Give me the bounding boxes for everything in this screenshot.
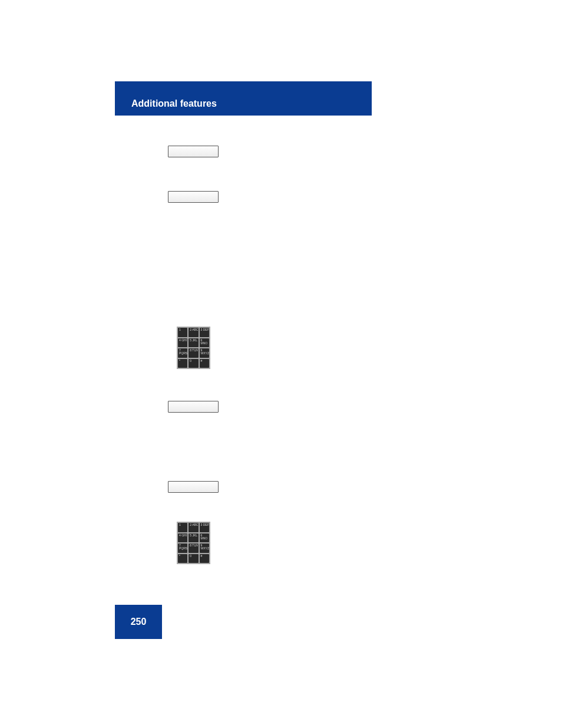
key-star[interactable]: * <box>178 554 187 564</box>
dialpad-2[interactable]: 1 2 ABC 3 DEF 4 GHI 5 JKL 6 MNO 7 PQRS 8… <box>177 522 210 564</box>
key-5[interactable]: 5 JKL <box>189 533 198 543</box>
key-hash[interactable]: # <box>200 554 209 564</box>
key-7[interactable]: 7 PQRS <box>178 543 187 553</box>
key-4[interactable]: 4 GHI <box>178 338 187 348</box>
key-1[interactable]: 1 <box>178 328 187 337</box>
key-3[interactable]: 3 DEF <box>200 328 209 337</box>
key-7[interactable]: 7 PQRS <box>178 348 187 358</box>
key-2[interactable]: 2 ABC <box>189 523 198 532</box>
key-3[interactable]: 3 DEF <box>200 523 209 532</box>
dialpad-1[interactable]: 1 2 ABC 3 DEF 4 GHI 5 JKL 6 MNO 7 PQRS 8… <box>177 327 210 369</box>
key-star[interactable]: * <box>178 359 187 368</box>
key-hash[interactable]: # <box>200 359 209 368</box>
key-0[interactable]: 0 <box>189 554 198 564</box>
key-5[interactable]: 5 JKL <box>189 338 198 348</box>
document-page: { "header": { "title": "Additional featu… <box>0 0 562 728</box>
key-9[interactable]: 9 WXYZ <box>200 543 209 553</box>
section-title: Additional features <box>125 94 372 113</box>
softkey-button-2[interactable] <box>168 191 219 203</box>
softkey-button-4[interactable] <box>168 481 219 493</box>
page-number: 250 <box>115 605 162 639</box>
key-0[interactable]: 0 <box>189 359 198 368</box>
key-8[interactable]: 8 TUV <box>189 543 198 553</box>
key-2[interactable]: 2 ABC <box>189 328 198 337</box>
softkey-button-3[interactable] <box>168 401 219 413</box>
key-6[interactable]: 6 MNO <box>200 338 209 348</box>
key-9[interactable]: 9 WXYZ <box>200 348 209 358</box>
softkey-button-1[interactable] <box>168 146 219 157</box>
key-8[interactable]: 8 TUV <box>189 348 198 358</box>
key-4[interactable]: 4 GHI <box>178 533 187 543</box>
key-1[interactable]: 1 <box>178 523 187 532</box>
key-6[interactable]: 6 MNO <box>200 533 209 543</box>
